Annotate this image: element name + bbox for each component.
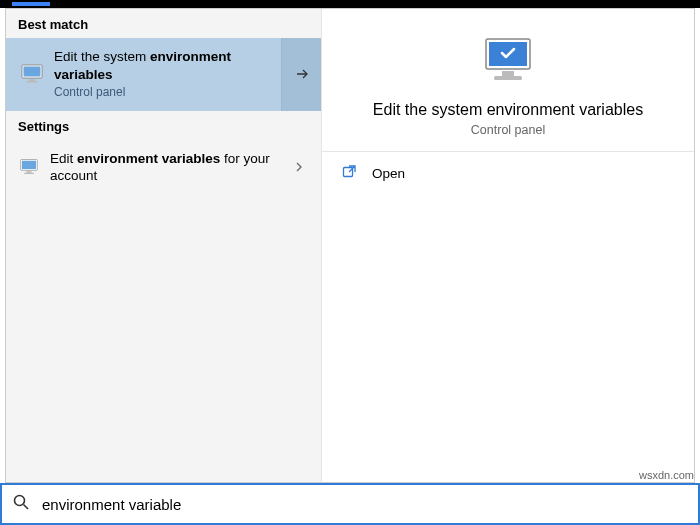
arrow-right-icon: [294, 66, 310, 82]
svg-line-14: [24, 505, 29, 510]
settings-result-text: Edit environment variables for your acco…: [50, 150, 289, 185]
results-left-column: Best match Edit the system environment v…: [6, 9, 322, 482]
search-icon: [12, 493, 30, 515]
monitor-check-icon: [480, 33, 536, 89]
svg-rect-6: [27, 171, 32, 173]
svg-rect-5: [22, 161, 36, 169]
search-results-panel: Best match Edit the system environment v…: [5, 8, 695, 483]
preview-pane: Edit the system environment variables Co…: [322, 9, 694, 482]
svg-rect-11: [494, 76, 522, 80]
open-action[interactable]: Open: [322, 152, 694, 195]
best-match-expand-arrow[interactable]: [281, 38, 321, 111]
svg-rect-12: [344, 168, 353, 177]
best-match-text: Edit the system environment variables Co…: [54, 48, 273, 101]
preview-header: Edit the system environment variables Co…: [322, 9, 694, 152]
svg-rect-1: [24, 67, 41, 77]
accent-bar: [12, 2, 50, 6]
search-input[interactable]: [42, 496, 688, 513]
monitor-icon: [18, 156, 40, 178]
settings-text-pre: Edit: [50, 151, 77, 166]
svg-rect-10: [502, 71, 514, 76]
svg-rect-7: [24, 173, 34, 174]
settings-expand-arrow[interactable]: [289, 162, 309, 172]
svg-rect-2: [29, 79, 35, 81]
search-bar[interactable]: [0, 483, 700, 525]
preview-category: Control panel: [471, 123, 545, 137]
open-icon: [342, 164, 358, 183]
open-label: Open: [372, 166, 405, 181]
best-match-title-pre: Edit the system: [54, 49, 150, 64]
monitor-icon: [18, 60, 46, 88]
settings-header: Settings: [6, 111, 321, 140]
settings-text-bold: environment variables: [77, 151, 220, 166]
preview-title: Edit the system environment variables: [373, 101, 643, 119]
window-top-strip: [0, 0, 700, 8]
svg-rect-3: [26, 81, 38, 83]
watermark: wsxdn.com: [639, 469, 694, 481]
svg-point-13: [15, 496, 25, 506]
best-match-title: Edit the system environment variables: [54, 48, 273, 83]
chevron-right-icon: [294, 162, 304, 172]
best-match-main[interactable]: Edit the system environment variables Co…: [6, 38, 281, 111]
settings-result-row[interactable]: Edit environment variables for your acco…: [6, 140, 321, 195]
best-match-header: Best match: [6, 9, 321, 38]
best-match-result-row[interactable]: Edit the system environment variables Co…: [6, 38, 321, 111]
best-match-category: Control panel: [54, 85, 273, 101]
